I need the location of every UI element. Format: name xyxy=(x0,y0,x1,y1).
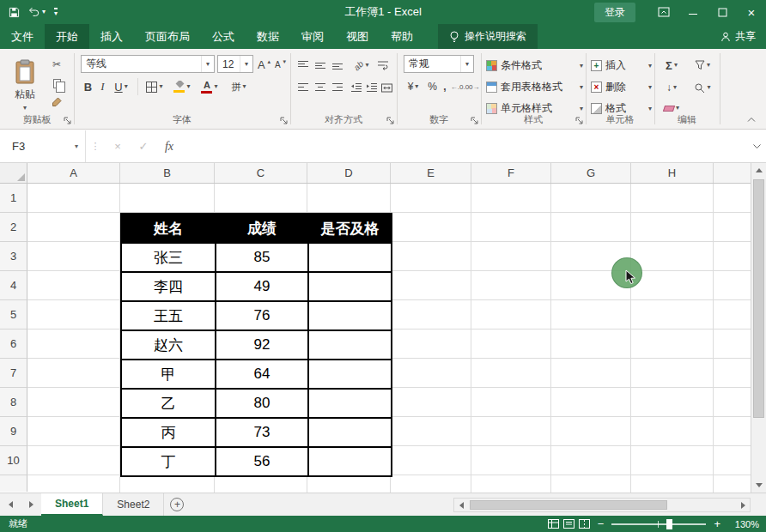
table-cell[interactable]: 李四 xyxy=(121,272,216,301)
tab-home[interactable]: 开始 xyxy=(45,24,89,49)
table-cell[interactable] xyxy=(308,243,392,272)
row-header-10[interactable]: 10 xyxy=(0,446,27,475)
font-dialog-launcher[interactable] xyxy=(279,116,289,125)
table-header-cell[interactable]: 是否及格 xyxy=(308,214,392,243)
sign-in-button[interactable]: 登录 xyxy=(594,3,635,22)
sort-filter-button[interactable]: ▾ xyxy=(689,56,716,75)
table-cell[interactable] xyxy=(308,418,392,447)
paste-button[interactable]: 粘贴 ▾ xyxy=(4,54,46,117)
ribbon-display-options-button[interactable] xyxy=(649,0,678,24)
tab-page-layout[interactable]: 页面布局 xyxy=(134,24,201,49)
comma-style-button[interactable]: , xyxy=(440,77,450,96)
table-cell[interactable]: 80 xyxy=(216,389,308,418)
share-button[interactable]: 共享 xyxy=(712,24,764,49)
align-middle-button[interactable] xyxy=(313,56,328,75)
format-as-table-button[interactable]: 套用表格格式 ▾ xyxy=(486,77,583,97)
close-button[interactable]: × xyxy=(737,0,766,24)
find-select-button[interactable]: ▾ xyxy=(689,78,716,97)
row-header-2[interactable]: 2 xyxy=(0,213,27,242)
next-sheet-button[interactable] xyxy=(21,493,41,516)
decrease-decimal-button[interactable]: .00→ xyxy=(464,77,479,96)
fill-color-button[interactable]: ▾ xyxy=(170,77,194,96)
enter-icon[interactable]: ✓ xyxy=(131,140,156,153)
row-header-7[interactable]: 7 xyxy=(0,359,27,388)
table-cell[interactable] xyxy=(308,389,392,418)
decrease-indent-button[interactable] xyxy=(349,78,364,97)
vertical-scrollbar[interactable] xyxy=(751,163,766,493)
undo-dropdown-icon[interactable]: ▾ xyxy=(42,9,46,15)
table-cell[interactable] xyxy=(308,360,392,389)
row-header-3[interactable]: 3 xyxy=(0,242,27,271)
increase-decimal-button[interactable]: ←.0 xyxy=(450,77,464,96)
insert-function-icon[interactable]: fx xyxy=(156,140,182,154)
normal-view-icon[interactable] xyxy=(548,519,559,529)
format-painter-button[interactable] xyxy=(47,94,66,111)
phonetic-guide-button[interactable]: 拼 ▾ xyxy=(225,77,252,96)
formula-bar-expand-button[interactable] xyxy=(747,143,766,149)
bold-button[interactable]: B xyxy=(81,77,95,96)
font-size-dropdown-icon[interactable]: ▾ xyxy=(240,56,252,72)
increase-font-size-button[interactable]: A▴ xyxy=(256,55,272,74)
table-cell[interactable] xyxy=(308,330,392,360)
column-header-c[interactable]: C xyxy=(215,163,307,183)
page-layout-view-icon[interactable] xyxy=(563,519,574,529)
table-header-cell[interactable]: 姓名 xyxy=(121,214,216,243)
merge-center-button[interactable] xyxy=(380,78,393,97)
row-header-4[interactable]: 4 xyxy=(0,271,27,300)
align-right-button[interactable] xyxy=(330,78,345,97)
accounting-format-button[interactable]: ¥ ▾ xyxy=(402,77,424,96)
cut-button[interactable]: ✂ xyxy=(47,56,66,73)
conditional-formatting-button[interactable]: 条件格式 ▾ xyxy=(486,56,583,76)
collapse-ribbon-button[interactable] xyxy=(744,113,759,125)
underline-button[interactable]: U▾ xyxy=(110,77,132,96)
worksheet[interactable]: A B C D E F G H 1 2 3 4 5 6 7 8 9 10 xyxy=(0,163,751,493)
zoom-in-button[interactable]: + xyxy=(714,518,720,529)
number-format-combo[interactable]: 常规 ▾ xyxy=(404,55,474,73)
sheet-tab-sheet2[interactable]: Sheet2 xyxy=(103,493,164,516)
zoom-slider-handle[interactable] xyxy=(666,519,672,529)
align-top-button[interactable] xyxy=(295,56,311,75)
cancel-icon[interactable]: × xyxy=(105,140,131,153)
column-header-f[interactable]: F xyxy=(471,163,551,183)
row-header-8[interactable]: 8 xyxy=(0,388,27,417)
align-bottom-button[interactable] xyxy=(330,56,345,75)
table-cell[interactable]: 64 xyxy=(216,360,308,389)
column-header-g[interactable]: G xyxy=(551,163,631,183)
number-format-dropdown-icon[interactable]: ▾ xyxy=(460,56,473,72)
table-cell[interactable]: 85 xyxy=(216,243,308,272)
table-cell[interactable]: 丁 xyxy=(121,447,216,476)
scroll-up-button[interactable] xyxy=(751,163,766,178)
formula-input[interactable] xyxy=(182,130,747,162)
autosum-button[interactable]: Σ ▾ xyxy=(658,56,685,75)
tab-formulas[interactable]: 公式 xyxy=(201,24,246,49)
tab-data[interactable]: 数据 xyxy=(246,24,290,49)
table-cell[interactable]: 49 xyxy=(216,272,308,301)
page-break-view-icon[interactable] xyxy=(579,519,590,529)
zoom-slider[interactable] xyxy=(611,523,706,525)
previous-sheet-button[interactable] xyxy=(0,493,21,516)
borders-button[interactable]: ▾ xyxy=(143,77,167,96)
minimize-button[interactable] xyxy=(678,0,708,24)
font-size-combo[interactable]: 12 ▾ xyxy=(217,55,253,73)
row-header-1[interactable]: 1 xyxy=(0,184,27,213)
table-cell[interactable]: 56 xyxy=(216,447,308,476)
scroll-right-button[interactable] xyxy=(736,499,750,511)
scroll-left-button[interactable] xyxy=(454,499,468,511)
name-box-dropdown-icon[interactable]: ▾ xyxy=(68,142,85,150)
horizontal-scrollbar[interactable] xyxy=(453,498,751,512)
column-header-b[interactable]: B xyxy=(120,163,215,183)
column-header-d[interactable]: D xyxy=(307,163,391,183)
new-sheet-button[interactable]: + xyxy=(164,493,190,516)
row-header-5[interactable]: 5 xyxy=(0,300,27,329)
increase-indent-button[interactable] xyxy=(364,78,380,97)
save-button[interactable] xyxy=(9,7,20,18)
copy-button[interactable] xyxy=(47,75,66,92)
orientation-button[interactable]: ab ▾ xyxy=(350,56,373,75)
tab-review[interactable]: 审阅 xyxy=(290,24,335,49)
tell-me-search[interactable]: 操作说明搜索 xyxy=(438,24,538,49)
scroll-down-button[interactable] xyxy=(751,478,766,493)
vertical-scroll-thumb[interactable] xyxy=(753,179,764,418)
table-header-cell[interactable]: 成绩 xyxy=(216,214,308,243)
tab-file[interactable]: 文件 xyxy=(0,24,45,49)
italic-button[interactable]: I xyxy=(96,77,109,96)
